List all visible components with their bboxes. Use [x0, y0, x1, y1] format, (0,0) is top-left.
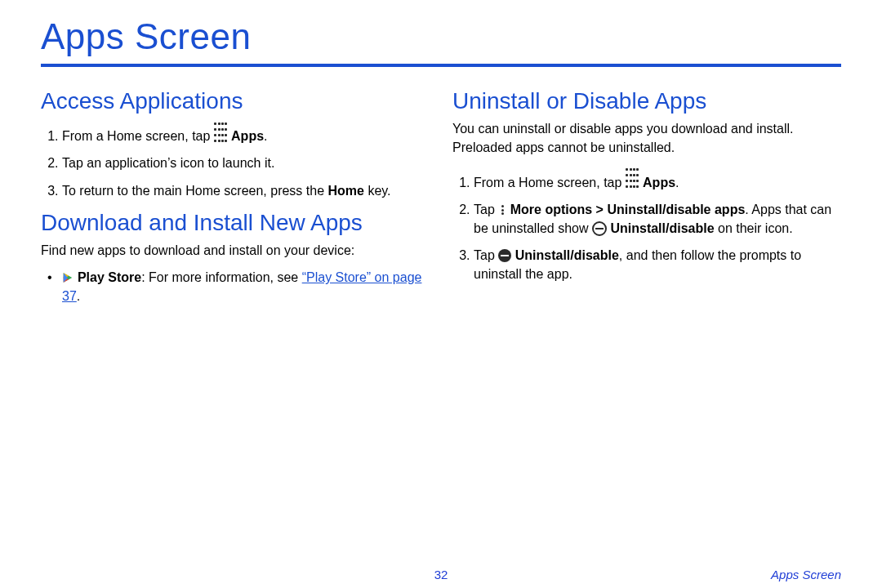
bold-apps: Apps [231, 129, 264, 143]
apps-grid-icon [626, 166, 639, 189]
step-text: From a Home screen, tap [62, 129, 214, 143]
uninstall-disc-icon [498, 249, 511, 262]
bold-play-store: Play Store [78, 270, 141, 284]
left-column: Access Applications From a Home screen, … [41, 78, 430, 316]
step-text: Tap [474, 248, 498, 262]
list-item: Tap an application’s icon to launch it. [62, 154, 430, 172]
step-text: . [264, 129, 267, 143]
body-text: You can uninstall or disable apps you do… [452, 119, 841, 157]
bullet-text: . [77, 289, 80, 303]
right-column: Uninstall or Disable Apps You can uninst… [452, 78, 841, 316]
step-text: From a Home screen, tap [474, 176, 626, 189]
bold-home: Home [327, 184, 363, 198]
heading-uninstall-disable: Uninstall or Disable Apps [452, 88, 841, 114]
bold-more-options: More options > Uninstall/disable apps [510, 203, 746, 216]
list-item: From a Home screen, tap Apps. [474, 166, 841, 192]
step-text: on their icon. [715, 221, 793, 235]
bold-uninstall-disable: Uninstall/disable [610, 221, 714, 235]
uninstall-ring-icon [592, 221, 607, 236]
body-text: Find new apps to download and install on… [41, 241, 430, 260]
page-footer: 32 Apps Screen [0, 568, 882, 581]
apps-grid-icon [214, 119, 228, 142]
step-text: Tap an application’s icon to launch it. [62, 156, 274, 170]
bullet-text: : For more information, see [141, 270, 302, 284]
more-options-icon [498, 204, 506, 216]
list-item: Tap Uninstall/disable, and then follow t… [474, 246, 841, 283]
step-text: key. [368, 184, 390, 198]
page: Apps Screen Access Applications From a H… [0, 0, 882, 588]
play-store-icon [62, 272, 74, 283]
bold-uninstall-disable: Uninstall/disable [515, 248, 619, 262]
step-text: . [675, 176, 679, 189]
heading-download-install: Download and Install New Apps [41, 210, 430, 236]
list-item: Tap More options > Uninstall/disable app… [474, 200, 841, 238]
step-text: To return to the main Home screen, press… [62, 184, 327, 198]
uninstall-disable-steps: From a Home screen, tap Apps. Tap More o… [452, 166, 841, 284]
download-apps-bullets: Play Store: For more information, see “P… [41, 268, 430, 305]
two-column-layout: Access Applications From a Home screen, … [41, 78, 841, 316]
list-item: From a Home screen, tap Apps. [62, 119, 430, 145]
bold-apps: Apps [643, 176, 675, 189]
footer-section-label: Apps Screen [771, 568, 841, 581]
heading-access-applications: Access Applications [41, 88, 430, 114]
page-number: 32 [434, 568, 448, 581]
page-title: Apps Screen [41, 16, 841, 59]
list-item: Play Store: For more information, see “P… [62, 268, 430, 305]
step-text: Tap [474, 203, 498, 216]
title-rule [41, 64, 841, 67]
access-applications-steps: From a Home screen, tap Apps. Tap an app… [41, 119, 430, 200]
list-item: To return to the main Home screen, press… [62, 181, 430, 200]
